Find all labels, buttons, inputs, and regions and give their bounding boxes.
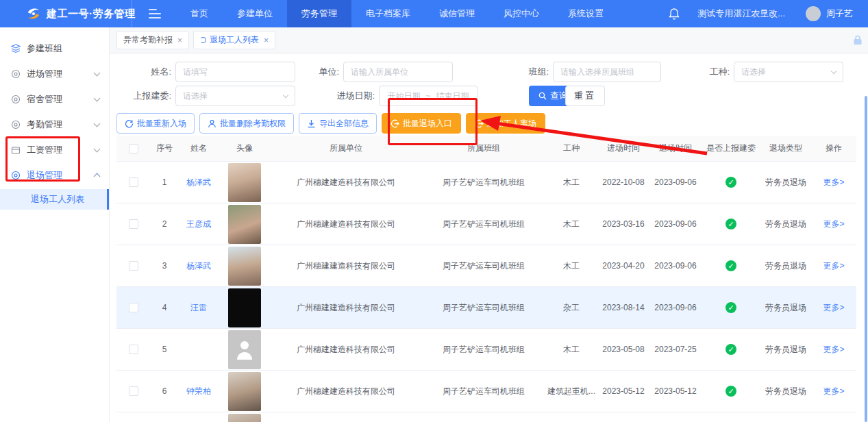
cell-index: 5 [151, 345, 178, 354]
select-all-checkbox[interactable] [129, 144, 138, 153]
cell-company: 广州穗建建造科技有限公司 [270, 344, 422, 356]
notification-bell-icon[interactable] [669, 8, 680, 20]
sidebar-item-entry[interactable]: 进场管理 [0, 64, 109, 84]
top-navbar: 建工一号·劳务管理 首页 参建单位 劳务管理 电子档案库 诚信管理 风控中心 系… [0, 0, 868, 27]
lock-icon[interactable] [853, 35, 863, 45]
batch-remove-attendance-button[interactable]: 批量删除考勤权限 [199, 113, 294, 134]
worker-name-link[interactable]: 杨泽武 [186, 260, 211, 272]
reported-check-icon: ✓ [726, 386, 736, 397]
sidebar-item-exit-worker-list[interactable]: 退场工人列表 [0, 189, 109, 210]
nav-item-archive[interactable]: 电子档案库 [351, 0, 425, 27]
worktype-select[interactable]: 请选择 [734, 62, 843, 82]
more-link[interactable]: 更多> [823, 344, 844, 356]
cell-enter-date: 2022-10-08 [597, 177, 649, 187]
person-placeholder-icon [236, 339, 253, 360]
more-link[interactable]: 更多> [823, 386, 844, 397]
more-link[interactable]: 更多> [823, 177, 844, 188]
header-worktype: 工种 [545, 142, 597, 154]
worktype-label: 工种: [671, 62, 730, 82]
report-label: 上报建委: [110, 86, 171, 106]
more-link[interactable]: 更多> [823, 219, 844, 230]
exit-icon [475, 119, 484, 128]
sidebar-item-teams[interactable]: 参建班组 [0, 38, 109, 58]
nav-item-risk[interactable]: 风控中心 [489, 0, 554, 27]
close-icon[interactable]: × [177, 36, 182, 45]
row-checkbox[interactable] [129, 219, 138, 229]
worker-name-link[interactable]: 杨泽武 [186, 177, 211, 188]
header-index: 序号 [151, 142, 178, 154]
table-row: 2 王彦成 广州穗建建造科技有限公司 周子艺铲运车司机班组 木工 2023-03… [116, 203, 856, 245]
cell-exit-date: 2023-05-12 [649, 386, 702, 396]
worker-name-link[interactable]: 钟荣柏 [186, 386, 211, 397]
header-exit-type: 退场类型 [760, 142, 811, 154]
batch-exit-button[interactable]: 批量退场入口 [382, 113, 461, 134]
row-checkbox[interactable] [129, 177, 138, 187]
sidebar: 参建班组 进场管理 宿舍管理 考勤管理 工资管理 退场管理 退场工人列表 [0, 27, 110, 422]
header-actions: 操作 [811, 142, 856, 154]
nav-item-credit[interactable]: 诚信管理 [425, 0, 489, 27]
export-all-button[interactable]: 导出全部信息 [299, 113, 377, 134]
cell-exit-date: 2023-09-06 [649, 219, 702, 229]
cell-index: 2 [151, 219, 178, 229]
cell-exit-type: 劳务员退场 [760, 219, 811, 230]
worker-name-link[interactable]: 王彦成 [186, 219, 211, 230]
worker-photo [228, 288, 261, 327]
redo-circle-icon [125, 119, 134, 128]
sidebar-item-salary[interactable]: 工资管理 [0, 140, 109, 160]
reported-check-icon: ✓ [726, 219, 736, 229]
cell-company: 广州穗建建造科技有限公司 [270, 386, 422, 397]
unit-input[interactable] [343, 62, 453, 82]
sidebar-item-attendance[interactable]: 考勤管理 [0, 114, 109, 134]
user-name[interactable]: 周子艺 [826, 8, 853, 20]
enter-date-range-input[interactable]: 开始日期 ~ 结束日期 [379, 86, 478, 106]
tab-exit-worker-list[interactable]: 退场工人列表 × [193, 31, 275, 49]
cell-exit-type: 劳务员退场 [760, 386, 811, 397]
menu-collapse-icon[interactable] [149, 9, 161, 18]
app-root: 建工一号·劳务管理 首页 参建单位 劳务管理 电子档案库 诚信管理 风控中心 系… [0, 0, 868, 422]
filter-row-2: 上报建委: 请选择 进场日期: 开始日期 ~ 结束日期 查询 重置 [110, 86, 868, 106]
cell-exit-type: 劳务员退场 [760, 302, 811, 314]
sidebar-item-dormitory[interactable]: 宿舍管理 [0, 89, 109, 109]
worker-photo [228, 330, 261, 369]
worker-name-link[interactable]: 汪雷 [190, 302, 207, 314]
nav-item-units[interactable]: 参建单位 [223, 0, 287, 27]
table-row: 7 钟荣柏 广州穗建建造科技有限公司 周子艺铲运车司机班组 建筑架子工 2023… [116, 412, 856, 422]
nav-item-home[interactable]: 首页 [176, 0, 223, 27]
gear-icon [11, 69, 21, 79]
user-avatar[interactable] [806, 6, 821, 21]
cell-exit-date: 2023-09-06 [649, 303, 702, 312]
main-area: 异常考勤补报 × 退场工人列表 × 姓名: 单位: 班组: [110, 27, 868, 422]
search-icon [538, 92, 547, 100]
more-link[interactable]: 更多> [823, 260, 844, 272]
report-select[interactable]: 请选择 [175, 86, 295, 106]
project-selector[interactable]: 测试专用湛江农垦改... [697, 8, 785, 20]
vertical-scrollbar[interactable] [865, 96, 867, 422]
notify-workers-leave-button[interactable]: 通知工人离场 [466, 113, 545, 134]
batch-reenter-button[interactable]: 批量重新入场 [116, 113, 195, 134]
reset-button[interactable]: 重置 [565, 86, 605, 106]
row-checkbox[interactable] [129, 261, 138, 271]
name-input[interactable] [175, 62, 295, 82]
nav-item-settings[interactable]: 系统设置 [554, 0, 618, 27]
group-label: 班组: [491, 62, 549, 82]
cell-enter-date: 2023-05-12 [597, 386, 649, 396]
sidebar-item-exit[interactable]: 退场管理 [0, 165, 109, 185]
row-checkbox[interactable] [129, 345, 138, 354]
navbar-right: 测试专用湛江农垦改... 周子艺 [669, 6, 868, 21]
nav-item-labor[interactable]: 劳务管理 [287, 0, 351, 27]
cell-exit-type: 劳务员退场 [760, 177, 811, 188]
row-checkbox[interactable] [129, 303, 138, 312]
close-icon[interactable]: × [264, 36, 269, 45]
enter-date-label: 进场日期: [315, 86, 375, 106]
user-icon [208, 119, 216, 128]
tab-attendance-report[interactable]: 异常考勤补报 × [116, 31, 189, 49]
cell-group: 周子艺铲运车司机班组 [422, 344, 545, 356]
group-input[interactable] [553, 62, 661, 82]
team-icon [11, 44, 21, 53]
more-link[interactable]: 更多> [823, 302, 844, 314]
row-checkbox[interactable] [129, 386, 138, 396]
cell-exit-date: 2023-09-06 [649, 177, 702, 187]
table-body: 1 杨泽武 广州穗建建造科技有限公司 周子艺铲运车司机班组 木工 2022-10… [116, 162, 856, 422]
header-avatar: 头像 [219, 142, 270, 154]
worker-photo [228, 247, 261, 286]
